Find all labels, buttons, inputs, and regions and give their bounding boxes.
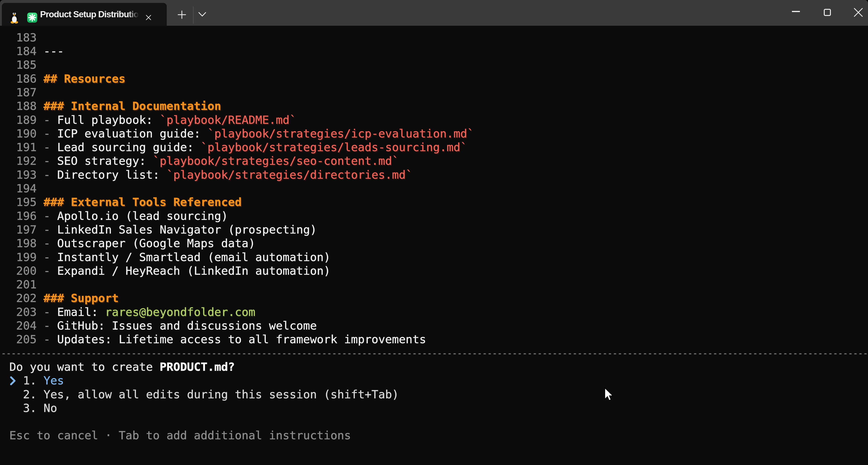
- file-line: 198 - Outscraper (Google Maps data): [2, 236, 868, 250]
- tab-title: Product Setup Distribution: [40, 3, 140, 26]
- file-line: 200 - Expandi / HeyReach (LinkedIn autom…: [2, 264, 868, 278]
- tab-dropdown-button[interactable]: [198, 12, 206, 17]
- file-text-plain: ICP evaluation guide:: [57, 127, 208, 140]
- maximize-button[interactable]: [824, 9, 831, 16]
- input-separator: [2, 353, 868, 354]
- file-line: 194: [2, 181, 868, 195]
- file-line: 189 - Full playbook: `playbook/README.md…: [2, 113, 868, 127]
- file-text-code: `playbook/strategies/leads-sourcing.md`: [201, 141, 467, 154]
- file-text-dash: -: [43, 141, 57, 154]
- file-preview: 183 184 --- 185 186 ## Resources 187 188…: [2, 31, 868, 346]
- line-number: 199: [2, 251, 43, 264]
- line-number: 187: [2, 86, 43, 99]
- file-text-plain: Email:: [57, 305, 105, 319]
- file-line: 183: [2, 31, 868, 44]
- line-number: 193: [2, 168, 43, 181]
- option-number: 1.: [16, 374, 43, 387]
- file-text-plain: Updates: Lifetime access to all framewor…: [57, 333, 426, 346]
- file-text-plain: LinkedIn Sales Navigator (prospecting): [57, 223, 317, 236]
- line-number: 184: [2, 44, 43, 58]
- file-text-dash: -: [43, 154, 57, 168]
- file-text-code: `playbook/strategies/seo-content.md`: [153, 154, 399, 168]
- option-label: Yes: [43, 374, 64, 387]
- minimize-button[interactable]: [792, 11, 800, 12]
- file-text-dash: -: [43, 209, 57, 223]
- window-close-button[interactable]: [854, 8, 863, 17]
- file-text-header: ### Support: [43, 292, 119, 305]
- line-number: 196: [2, 209, 43, 223]
- line-number: 183: [2, 31, 43, 44]
- file-text-header: ## Resources: [43, 72, 125, 85]
- file-text-header: ### Internal Documentation: [43, 99, 221, 113]
- file-line: 197 - LinkedIn Sales Navigator (prospect…: [2, 223, 868, 236]
- file-text-dash: -: [43, 264, 57, 277]
- file-text-dash: -: [43, 305, 57, 319]
- mouse-cursor: [604, 387, 614, 402]
- prompt-option[interactable]: 1. Yes: [2, 374, 868, 387]
- tab-close-icon[interactable]: [145, 14, 152, 22]
- line-number: 185: [2, 58, 43, 71]
- file-line: 186 ## Resources: [2, 72, 868, 86]
- file-line: 192 - SEO strategy: `playbook/strategies…: [2, 154, 868, 168]
- file-line: 201: [2, 278, 868, 291]
- line-number: 203: [2, 305, 43, 319]
- line-number: 201: [2, 278, 43, 291]
- line-number: 191: [2, 141, 43, 154]
- line-number: 186: [2, 72, 43, 85]
- line-number: 204: [2, 319, 43, 332]
- line-number: 200: [2, 264, 43, 277]
- file-text-plain: ---: [43, 44, 64, 58]
- file-text-email: rares@beyondfolder.com: [105, 305, 255, 319]
- separator-row: [2, 346, 868, 360]
- prompt-option[interactable]: 2. Yes, allow all edits during this sess…: [2, 388, 868, 401]
- file-text-plain: Outscraper (Google Maps data): [57, 237, 255, 250]
- file-line: 202 ### Support: [2, 291, 868, 305]
- prompt-option[interactable]: 3. No: [2, 401, 868, 415]
- green-asterisk-icon: [27, 12, 37, 23]
- file-text-dash: -: [43, 333, 57, 346]
- line-number: 205: [2, 333, 43, 346]
- file-line: 191 - Lead sourcing guide: `playbook/str…: [2, 140, 868, 154]
- prompt-question: Do you want to create PRODUCT.md?: [2, 360, 868, 374]
- file-line: 196 - Apollo.io (lead sourcing): [2, 209, 868, 223]
- file-text-plain: Apollo.io (lead sourcing): [57, 209, 228, 223]
- file-text-dash: -: [43, 168, 57, 181]
- file-line: 184 ---: [2, 44, 868, 58]
- file-text-dash: -: [43, 113, 57, 127]
- option-number: 2.: [2, 388, 43, 401]
- file-text-plain: Instantly / Smartlead (email automation): [57, 251, 331, 264]
- terminal-content[interactable]: 183 184 --- 185 186 ## Resources 187 188…: [0, 26, 868, 465]
- linux-penguin-icon: [9, 11, 19, 24]
- title-bar: Product Setup Distribution: [0, 0, 868, 26]
- line-number: 192: [2, 154, 43, 168]
- selection-pointer-icon: [9, 376, 16, 386]
- file-line: 203 - Email: rares@beyondfolder.com: [2, 305, 868, 319]
- file-text-plain: Lead sourcing guide:: [57, 141, 201, 154]
- file-text-code: `playbook/README.md`: [160, 113, 296, 127]
- file-text-header: ### External Tools Referenced: [43, 196, 242, 209]
- new-tab-button[interactable]: [178, 10, 186, 19]
- file-line: 205 - Updates: Lifetime access to all fr…: [2, 333, 868, 346]
- file-line: 187: [2, 86, 868, 99]
- file-line: 195 ### External Tools Referenced: [2, 195, 868, 209]
- file-text-code: `playbook/strategies/directories.md`: [166, 168, 412, 181]
- file-text-plain: Expandi / HeyReach (LinkedIn automation): [57, 264, 331, 277]
- file-text-dash: -: [43, 223, 57, 236]
- file-line: 204 - GitHub: Issues and discussions wel…: [2, 319, 868, 333]
- terminal-tab[interactable]: Product Setup Distribution: [2, 3, 167, 26]
- file-line: 185: [2, 58, 868, 72]
- terminal-window: Product Setup Distribution: [0, 0, 868, 465]
- option-label: No: [43, 401, 57, 415]
- prompt-hint: Esc to cancel · Tab to add additional in…: [2, 429, 868, 442]
- file-text-plain: Full playbook:: [57, 113, 160, 127]
- file-text-code: `playbook/strategies/icp-evaluation.md`: [208, 127, 474, 140]
- option-number: 3.: [2, 401, 43, 415]
- line-number: 195: [2, 196, 43, 209]
- file-text-plain: Directory list:: [57, 168, 166, 181]
- file-text-plain: SEO strategy:: [57, 154, 153, 168]
- titlebar-separator: [193, 6, 194, 24]
- prompt-options: 1. Yes 2. Yes, allow all edits during th…: [2, 374, 868, 415]
- line-number: 188: [2, 99, 43, 113]
- file-text-dash: -: [43, 127, 57, 140]
- line-number: 194: [2, 182, 43, 195]
